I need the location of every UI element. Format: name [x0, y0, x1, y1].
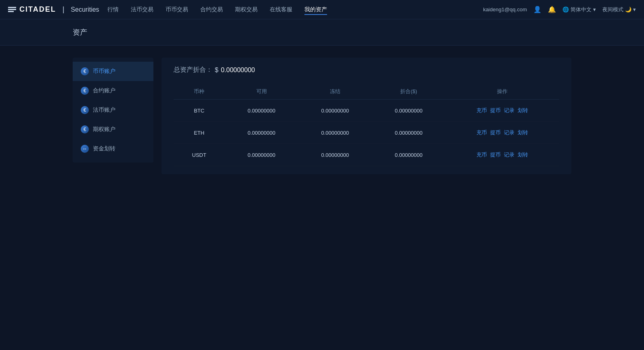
nav-item-online-service[interactable]: 在线客服: [270, 4, 292, 15]
sidebar-item-contract-account[interactable]: € 合约账户: [73, 81, 153, 100]
cell-usd: 0.00000000: [372, 100, 445, 122]
logo-divider: |: [63, 5, 65, 14]
cell-frozen: 0.00000000: [298, 122, 372, 144]
options-account-icon: €: [81, 125, 89, 133]
contract-account-icon: €: [81, 87, 89, 95]
logo-citadel-text: CITADEL: [19, 5, 56, 14]
table-row: BTC0.000000000.000000000.00000000充币提币记录划…: [174, 100, 559, 122]
fiat-account-icon: €: [81, 106, 89, 114]
nav-item-options-trade[interactable]: 期权交易: [235, 4, 258, 15]
action-提币[interactable]: 提币: [490, 129, 501, 136]
col-header-usd: 折合($): [372, 84, 445, 100]
sidebar-item-fund-transfer-label: 资金划转: [93, 145, 115, 152]
action-充币[interactable]: 充币: [476, 107, 487, 114]
nav-item-fiat-trade[interactable]: 法币交易: [131, 4, 153, 15]
sidebar-item-fiat-account[interactable]: € 法币账户: [73, 100, 153, 120]
action-划转[interactable]: 划转: [518, 107, 528, 114]
cell-usd: 0.00000000: [372, 122, 445, 144]
cell-usd: 0.00000000: [372, 144, 445, 166]
user-icon[interactable]: 👤: [533, 6, 541, 13]
user-email: kaideng1@qq.com: [483, 6, 527, 12]
cell-available: 0.00000000: [224, 144, 298, 166]
action-记录[interactable]: 记录: [504, 107, 514, 114]
cell-available: 0.00000000: [224, 100, 298, 122]
nav-item-market[interactable]: 行情: [107, 4, 119, 15]
action-提币[interactable]: 提币: [490, 151, 501, 158]
cell-coin: BTC: [174, 100, 224, 122]
breadcrumb-title: 资产: [73, 28, 87, 36]
action-划转[interactable]: 划转: [518, 129, 528, 136]
col-header-available: 可用: [224, 84, 298, 100]
sidebar-item-fund-transfer[interactable]: ↔ 资金划转: [73, 139, 153, 158]
cell-frozen: 0.00000000: [298, 100, 372, 122]
main-content: € 币币账户 € 合约账户 € 法币账户 € 期权账户 ↔ 资金划转 总资产折合…: [0, 46, 644, 186]
cell-frozen: 0.00000000: [298, 144, 372, 166]
lang-label: 简体中文: [571, 6, 592, 13]
sidebar-item-options-account-label: 期权账户: [93, 126, 115, 133]
logo-securities-text: Securities: [71, 6, 99, 13]
logo: CITADEL | Securities: [8, 5, 99, 14]
cell-coin: ETH: [174, 122, 224, 144]
logo-icon: [8, 7, 16, 12]
col-header-frozen: 冻结: [298, 84, 372, 100]
night-mode-label: 夜间模式: [602, 6, 623, 13]
sidebar-item-options-account[interactable]: € 期权账户: [73, 120, 153, 139]
globe-icon: 🌐: [562, 6, 569, 12]
chevron-down-icon-2: ▾: [633, 6, 636, 12]
total-assets-label: 总资产折合：: [174, 66, 212, 74]
sidebar-item-contract-account-label: 合约账户: [93, 87, 115, 94]
coin-account-icon: €: [81, 67, 89, 75]
moon-icon: 🌙: [625, 6, 631, 12]
fund-transfer-icon: ↔: [81, 145, 89, 153]
action-记录[interactable]: 记录: [504, 129, 514, 136]
nav-item-coin-trade[interactable]: 币币交易: [166, 4, 188, 15]
cell-actions: 充币提币记录划转: [445, 144, 559, 166]
header-right: kaideng1@qq.com 👤 🔔 🌐 简体中文 ▾ 夜间模式 🌙 ▾: [483, 6, 636, 13]
asset-table: 币种 可用 冻结 折合($) 操作 BTC0.000000000.0000000…: [174, 84, 559, 166]
nav-item-my-assets[interactable]: 我的资产: [304, 4, 327, 15]
cell-actions: 充币提币记录划转: [445, 122, 559, 144]
nav-item-contract-trade[interactable]: 合约交易: [200, 4, 223, 15]
total-assets-value: 0.00000000: [221, 67, 255, 74]
table-row: ETH0.000000000.000000000.00000000充币提币记录划…: [174, 122, 559, 144]
action-充币[interactable]: 充币: [476, 129, 487, 136]
chevron-down-icon: ▾: [593, 6, 596, 12]
action-记录[interactable]: 记录: [504, 151, 514, 158]
night-mode-toggle[interactable]: 夜间模式 🌙 ▾: [602, 6, 636, 13]
header: CITADEL | Securities 行情 法币交易 币币交易 合约交易 期…: [0, 0, 644, 19]
action-充币[interactable]: 充币: [476, 151, 487, 158]
action-划转[interactable]: 划转: [518, 151, 528, 158]
sidebar-item-fiat-account-label: 法币账户: [93, 106, 115, 114]
action-提币[interactable]: 提币: [490, 107, 501, 114]
bell-icon[interactable]: 🔔: [548, 6, 556, 13]
lang-selector[interactable]: 🌐 简体中文 ▾: [562, 6, 596, 13]
sidebar: € 币币账户 € 合约账户 € 法币账户 € 期权账户 ↔ 资金划转: [73, 58, 153, 162]
nav-menu: 行情 法币交易 币币交易 合约交易 期权交易 在线客服 我的资产: [107, 4, 483, 15]
cell-available: 0.00000000: [224, 122, 298, 144]
sidebar-item-coin-account-label: 币币账户: [93, 68, 115, 75]
table-row: USDT0.000000000.000000000.00000000充币提币记录…: [174, 144, 559, 166]
cell-coin: USDT: [174, 144, 224, 166]
total-assets: 总资产折合： $ 0.00000000: [174, 66, 559, 74]
total-assets-prefix: $: [215, 67, 218, 74]
col-header-actions: 操作: [445, 84, 559, 100]
breadcrumb-bar: 资产: [0, 19, 644, 46]
sidebar-item-coin-account[interactable]: € 币币账户: [73, 62, 153, 81]
col-header-coin: 币种: [174, 84, 224, 100]
content-panel: 总资产折合： $ 0.00000000 币种 可用 冻结 折合($) 操作 BT…: [162, 58, 571, 174]
table-header-row: 币种 可用 冻结 折合($) 操作: [174, 84, 559, 100]
cell-actions: 充币提币记录划转: [445, 100, 559, 122]
